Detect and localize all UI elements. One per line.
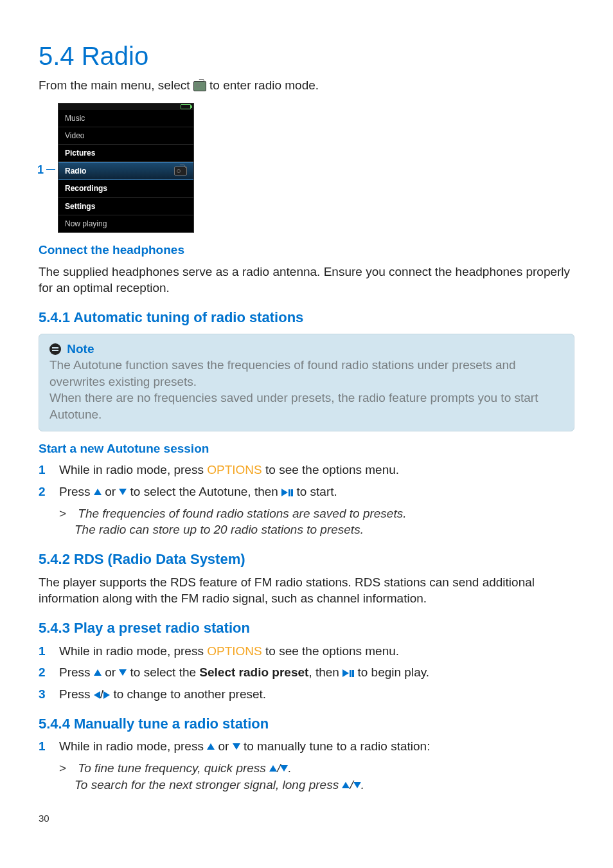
- step: 3 Press / to change to another preset.: [39, 686, 574, 703]
- menu-item-recordings: Recordings: [58, 180, 193, 197]
- start-autotune-heading: Start a new Autotune session: [39, 440, 574, 457]
- connect-heading: Connect the headphones: [39, 242, 574, 258]
- step-number: 3: [39, 686, 59, 703]
- play-pause-icon: [342, 664, 354, 681]
- down-icon: [119, 669, 127, 676]
- step-body: While in radio mode, press OPTIONS to se…: [59, 643, 574, 660]
- note-body: The Autotune function saves the frequenc…: [49, 357, 564, 390]
- down-icon: [233, 743, 240, 750]
- options-key: OPTIONS: [207, 644, 262, 658]
- note-body: When there are no frequencies saved unde…: [49, 390, 564, 422]
- radio-icon: [193, 81, 206, 91]
- radio-icon: [174, 167, 187, 176]
- left-icon: [94, 691, 100, 699]
- heading-543: 5.4.3 Play a preset radio station: [39, 619, 574, 638]
- result: > The frequencies of found radio station…: [75, 505, 574, 538]
- step-body: Press or to select the Autotune, then to…: [59, 484, 574, 500]
- step-number: 1: [39, 738, 59, 755]
- section-title: 5.4 Radio: [39, 39, 574, 73]
- step-number: 2: [39, 664, 59, 681]
- step-body: While in radio mode, press or to manuall…: [59, 738, 574, 755]
- battery-icon: [181, 104, 191, 109]
- body-542: The player supports the RDS feature of F…: [39, 574, 574, 607]
- up-icon: [342, 782, 350, 788]
- device-menu: Music Video Pictures Radio Recordings Se…: [58, 103, 194, 233]
- step-number: 1: [39, 643, 59, 660]
- menu-item-pictures: Pictures: [58, 145, 193, 162]
- steps-543: 1 While in radio mode, press OPTIONS to …: [39, 643, 574, 703]
- callout-1: 1: [37, 162, 44, 177]
- menu-item-music: Music: [58, 110, 193, 127]
- note-box: Note The Autotune function saves the fre…: [39, 334, 574, 431]
- down-icon: [353, 782, 361, 788]
- menu-item-nowplaying: Now playing: [58, 215, 193, 232]
- step-body: Press or to select the Select radio pres…: [59, 664, 574, 681]
- result: > To fine tune frequency, quick press /.…: [75, 760, 574, 793]
- step: 2 Press or to select the Autotune, then …: [39, 484, 574, 500]
- step: 1 While in radio mode, press or to manua…: [39, 738, 574, 755]
- menu-item-settings: Settings: [58, 198, 193, 215]
- note-label: Note: [67, 342, 94, 356]
- step: 1 While in radio mode, press OPTIONS to …: [39, 462, 574, 478]
- step-number: 2: [39, 484, 59, 500]
- step: 2 Press or to select the Select radio pr…: [39, 664, 574, 681]
- up-icon: [269, 765, 277, 772]
- steps-541: 1 While in radio mode, press OPTIONS to …: [39, 462, 574, 500]
- up-icon: [94, 669, 102, 676]
- page-number: 30: [39, 812, 574, 825]
- heading-544: 5.4.4 Manually tune a radio station: [39, 714, 574, 734]
- step: 1 While in radio mode, press OPTIONS to …: [39, 643, 574, 660]
- intro-text: From the main menu, select to enter radi…: [39, 77, 574, 94]
- step-number: 1: [39, 462, 59, 478]
- down-icon: [280, 765, 288, 772]
- connect-body: The supplied headphones serve as a radio…: [39, 264, 574, 296]
- up-icon: [207, 743, 215, 750]
- step-body: Press / to change to another preset.: [59, 686, 574, 703]
- menu-screenshot: 1 Music Video Pictures Radio Recordings …: [39, 103, 574, 233]
- heading-541: 5.4.1 Automatic tuning of radio stations: [39, 308, 574, 327]
- note-icon: [49, 343, 61, 355]
- down-icon: [119, 489, 127, 495]
- options-key: OPTIONS: [207, 463, 262, 476]
- up-icon: [94, 489, 102, 495]
- menu-item-video: Video: [58, 127, 193, 145]
- menu-item-radio: Radio: [58, 162, 193, 180]
- step-body: While in radio mode, press OPTIONS to se…: [59, 462, 574, 478]
- text: From the main menu, select: [39, 78, 193, 92]
- heading-542: 5.4.2 RDS (Radio Data System): [39, 550, 574, 569]
- status-bar: [58, 104, 193, 110]
- right-icon: [103, 691, 110, 699]
- bold-text: Select radio preset: [199, 665, 308, 679]
- text: to enter radio mode.: [209, 78, 319, 92]
- play-pause-icon: [281, 484, 293, 500]
- steps-544: 1 While in radio mode, press or to manua…: [39, 738, 574, 755]
